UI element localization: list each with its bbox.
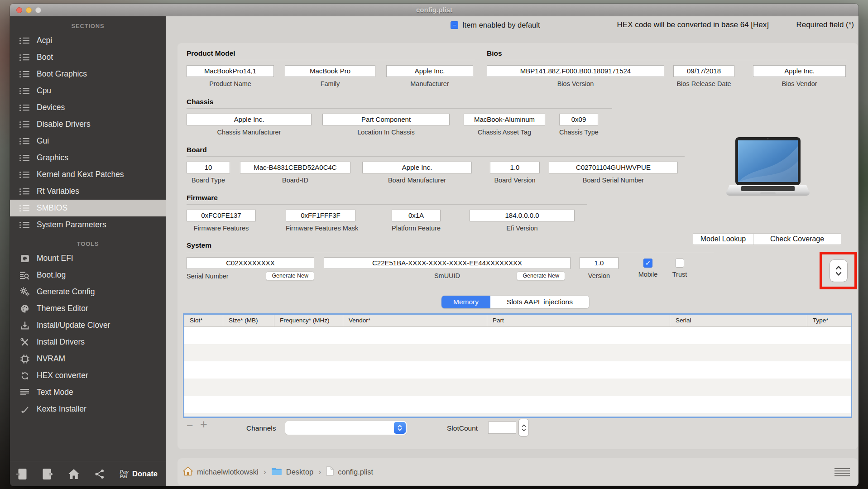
refresh-icon	[19, 371, 30, 380]
breadcrumb-desktop[interactable]: Desktop	[286, 468, 314, 476]
bios-vendor-field[interactable]: Apple Inc.	[753, 65, 846, 77]
column-vendor[interactable]: Vendor*	[343, 315, 487, 326]
smbios-model-stepper[interactable]	[830, 260, 847, 282]
family-field[interactable]: MacBook Pro	[285, 65, 375, 77]
close-button[interactable]	[16, 7, 22, 13]
version-field[interactable]: 1.0	[580, 257, 619, 269]
sidebar-item-hex-converter[interactable]: HEX converter	[10, 367, 166, 384]
serial-number-field[interactable]: C02XXXXXXXX	[187, 257, 314, 269]
board-type-field[interactable]: 10	[187, 162, 230, 173]
efi-version-field[interactable]: 184.0.0.0.0	[470, 210, 575, 221]
channels-label: Channels	[246, 424, 276, 432]
slotcount-field[interactable]	[488, 422, 516, 434]
board-version-field[interactable]: 1.0	[490, 162, 540, 173]
column-frequency[interactable]: Frequency* (MHz)	[274, 315, 343, 326]
annotation-highlight-box	[820, 252, 857, 289]
share-icon[interactable]	[95, 469, 105, 479]
sidebar-item-smbios-selected[interactable]: SMBIOS	[10, 200, 166, 216]
column-size[interactable]: Size* (MB)	[223, 315, 274, 326]
sidebar-item-boot-log[interactable]: Boot.log	[10, 267, 166, 283]
column-type[interactable]: Type*	[807, 315, 851, 326]
tab-slots-aapl-injections[interactable]: Slots AAPL injections	[490, 296, 589, 308]
sidebar-item-devices[interactable]: Devices	[10, 99, 166, 116]
board-type-label: Board Type	[187, 177, 230, 184]
board-id-field[interactable]: Mac-B4831CEBD52A0C4C	[240, 162, 350, 173]
sidebar-item-generate-config[interactable]: Generate Config	[10, 283, 166, 300]
slotcount-label: SlotCount	[447, 424, 478, 432]
firmware-features-field[interactable]: 0xFC0FE137	[187, 210, 256, 221]
section-title: Chassis	[187, 98, 612, 106]
menu-icon[interactable]	[834, 468, 850, 469]
breadcrumb-user[interactable]: michaelwlotkowski	[197, 468, 259, 476]
channels-dropdown[interactable]	[285, 421, 407, 435]
chassis-manufacturer-field[interactable]: Apple Inc.	[187, 114, 312, 125]
memory-table-body[interactable]	[184, 327, 851, 417]
board-id-label: Board-ID	[240, 177, 350, 184]
smuuid-field[interactable]: C22E51BA-XXXX-XXXX-XXXX-EE44XXXXXXXX	[324, 257, 571, 269]
location-in-chassis-field[interactable]: Part Component	[322, 114, 450, 125]
minimize-button[interactable]	[26, 7, 32, 13]
trust-checkbox[interactable]	[675, 259, 684, 268]
required-note: Required field (*)	[796, 20, 854, 29]
board-serial-number-field[interactable]: C02701104GUHWVPUE	[549, 162, 678, 173]
platform-feature-field[interactable]: 0x1A	[392, 210, 441, 221]
mobile-label: Mobile	[638, 271, 658, 278]
paypal-donate-button[interactable]: PayPal Donate	[120, 470, 158, 479]
sidebar-item-graphics[interactable]: Graphics	[10, 149, 166, 166]
memory-table[interactable]: Slot* Size* (MB) Frequency* (MHz) Vendor…	[183, 313, 852, 418]
sidebar-item-gui[interactable]: Gui	[10, 133, 166, 149]
bios-release-date-field[interactable]: 09/17/2018	[673, 65, 734, 77]
serial-number-label: Serial Number	[187, 273, 229, 280]
sidebar-item-boot[interactable]: Boot	[10, 49, 166, 66]
firmware-features-mask-field[interactable]: 0xFF1FFF3F	[286, 210, 355, 221]
manufacturer-field[interactable]: Apple Inc.	[386, 65, 473, 77]
list-icon	[19, 104, 30, 111]
import-config-icon[interactable]	[16, 468, 27, 480]
check-coverage-button[interactable]: Check Coverage	[753, 233, 841, 245]
sidebar-item-text-mode[interactable]: Text Mode	[10, 384, 166, 401]
generate-serial-button[interactable]: Generate New	[266, 271, 314, 281]
board-manufacturer-field[interactable]: Apple Inc.	[362, 162, 472, 173]
sidebar-item-rt-variables[interactable]: Rt Variables	[10, 183, 166, 200]
sidebar-item-kexts-installer[interactable]: Kexts Installer	[10, 401, 166, 417]
sidebar-item-boot-graphics[interactable]: Boot Graphics	[10, 66, 166, 82]
column-slot[interactable]: Slot*	[184, 315, 223, 326]
chassis-type-field[interactable]: 0x09	[559, 114, 598, 125]
sidebar-item-system-parameters[interactable]: System Parameters	[10, 216, 166, 233]
sidebar-item-themes-editor[interactable]: Themes Editor	[10, 300, 166, 317]
mobile-checkbox[interactable]: ✓	[643, 259, 652, 268]
family-label: Family	[285, 80, 375, 87]
folder-icon	[271, 467, 282, 477]
add-row-button[interactable]: +	[200, 419, 207, 430]
sidebar-item-install-update-clover[interactable]: Install/Update Clover	[10, 317, 166, 334]
title-bar[interactable]: config.plist	[10, 4, 858, 16]
product-name-field[interactable]: MacBookPro14,1	[187, 65, 274, 77]
sidebar-item-nvram[interactable]: NVRAM	[10, 350, 166, 367]
chassis-asset-tag-field[interactable]: MacBook-Aluminum	[464, 114, 545, 125]
generate-smuuid-button[interactable]: Generate New	[517, 271, 565, 281]
macbook-image	[718, 136, 818, 207]
slotcount-stepper[interactable]	[519, 419, 528, 436]
column-part[interactable]: Part	[487, 315, 670, 326]
breadcrumb-file[interactable]: config.plist	[338, 468, 373, 476]
export-config-icon[interactable]	[42, 468, 53, 480]
model-lookup-button[interactable]: Model Lookup	[693, 233, 753, 245]
list-icon	[19, 37, 30, 44]
paypal-icon: PayPal	[120, 470, 129, 479]
sidebar-item-kernel-kext-patches[interactable]: Kernel and Kext Patches	[10, 166, 166, 183]
home-icon[interactable]	[68, 469, 80, 479]
sidebar-item-disable-drivers[interactable]: Disable Drivers	[10, 116, 166, 133]
tab-memory[interactable]: Memory	[441, 296, 490, 308]
sidebar-item-mount-efi[interactable]: Mount EFI	[10, 250, 166, 267]
bios-version-field[interactable]: MBP141.88Z.F000.B00.1809171524	[487, 65, 664, 77]
board-manufacturer-label: Board Manufacturer	[362, 177, 472, 184]
sidebar-item-cpu[interactable]: Cpu	[10, 82, 166, 99]
remove-row-button[interactable]: −	[187, 420, 193, 430]
column-serial[interactable]: Serial	[670, 315, 807, 326]
sidebar-item-acpi[interactable]: Acpi	[10, 32, 166, 49]
channels-stepper-icon[interactable]	[394, 422, 406, 434]
zoom-button[interactable]	[35, 7, 41, 13]
path-bar: michaelwlotkowski › Desktop › config.pli…	[177, 458, 858, 485]
sidebar-item-install-drivers[interactable]: Install Drivers	[10, 334, 166, 350]
item-enabled-checkbox[interactable]: −	[451, 21, 458, 29]
